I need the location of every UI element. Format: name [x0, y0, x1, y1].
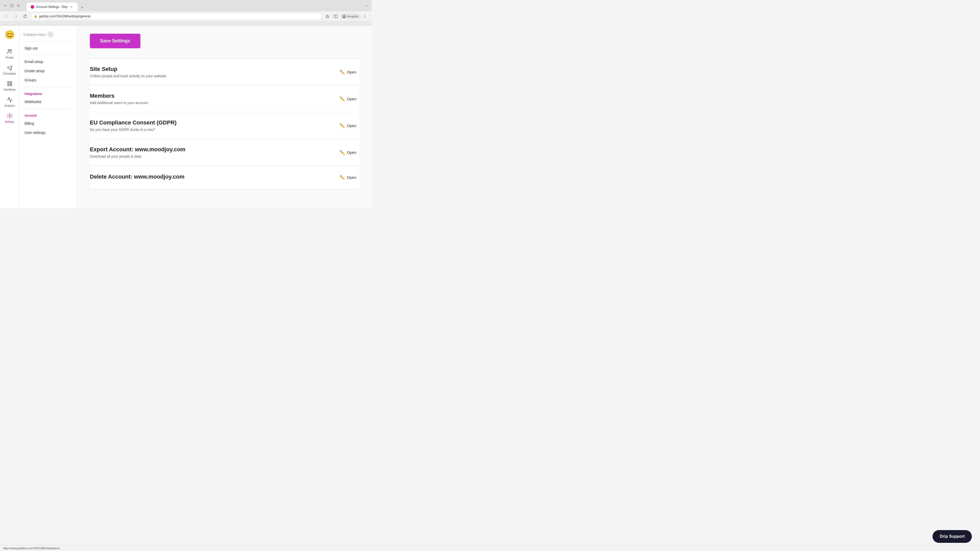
people-icon [6, 48, 13, 55]
sidebar-item-settings-label: Settings [5, 121, 14, 123]
main-content: Save Settings Site Setup Collect people … [78, 25, 372, 208]
tab-favicon [30, 5, 34, 9]
svg-rect-14 [8, 82, 9, 83]
star-icon[interactable] [324, 13, 331, 20]
menu-divider-2 [24, 87, 73, 87]
menu-divider-3 [24, 108, 73, 109]
site-setup-open-button[interactable]: ✏️ Open [337, 68, 360, 76]
gdpr-desc: Do you have your GDPR ducks in a row? [90, 127, 337, 132]
address-bar[interactable]: 🔒 getdrip.com/7641396/settings/general [30, 13, 322, 20]
reload-button[interactable] [21, 13, 29, 20]
svg-point-9 [365, 14, 365, 15]
delete-account-action-label: Open [347, 175, 356, 179]
sidebar-item-analytics[interactable]: Analytics [1, 94, 18, 109]
campaigns-icon [6, 64, 13, 71]
svg-rect-16 [8, 84, 9, 86]
collapse-menu-label: Collapse menu [24, 33, 46, 37]
sidebar-item-workflows-label: Workflows [4, 88, 16, 91]
browser-tabs: Account Settings · Drip × + [24, 1, 88, 11]
sidebar-item-people[interactable]: People [1, 46, 18, 61]
active-tab[interactable]: Account Settings · Drip × [27, 3, 78, 11]
workflows-icon [6, 80, 13, 87]
site-setup-info: Site Setup Collect people and track acti… [90, 66, 337, 78]
save-settings-button[interactable]: Save Settings [90, 34, 140, 48]
forward-button[interactable] [12, 13, 19, 20]
back-button[interactable] [3, 13, 10, 20]
svg-point-11 [365, 17, 365, 17]
tab-close-button[interactable]: × [69, 5, 73, 9]
split-screen-icon[interactable] [332, 13, 339, 20]
menu-item-sign-out[interactable]: Sign out [19, 44, 77, 53]
menu-item-groups[interactable]: Groups [19, 76, 77, 85]
menu-icon[interactable] [361, 13, 369, 20]
settings-icon [6, 112, 13, 119]
members-title: Members [90, 93, 337, 99]
svg-point-18 [9, 115, 11, 117]
icon-sidebar: 😊 People Campaigns [0, 25, 19, 208]
members-action-label: Open [347, 97, 356, 101]
chevron-down-icon[interactable] [364, 3, 369, 8]
site-setup-section: Site Setup Collect people and track acti… [90, 59, 360, 86]
new-tab-button[interactable]: + [79, 4, 86, 11]
close-window-button[interactable] [16, 3, 21, 8]
menu-item-onsite-setup[interactable]: Onsite setup [19, 66, 77, 76]
sidebar-item-people-label: People [6, 56, 14, 59]
incognito-badge: Incognito [340, 14, 360, 19]
analytics-icon [6, 96, 13, 103]
integrations-section-label[interactable]: Integrations [19, 89, 77, 97]
sidebar-item-settings[interactable]: Settings [1, 110, 18, 125]
collapse-icon: ⊕ [48, 32, 53, 37]
gdpr-edit-icon: ✏️ [340, 123, 345, 128]
left-menu: Collapse menu ⊕ Sign out Email setup Ons… [19, 25, 78, 208]
delete-account-open-button[interactable]: ✏️ Open [337, 173, 360, 182]
svg-rect-1 [11, 4, 13, 7]
svg-point-8 [344, 15, 345, 16]
delete-account-section: Delete Account: www.moodjoy.com ✏️ Open [90, 166, 360, 189]
account-section-label: Account [19, 111, 77, 119]
gdpr-info: EU Compliance Consent (GDPR) Do you have… [90, 119, 337, 132]
site-setup-edit-icon: ✏️ [340, 70, 345, 75]
gdpr-title: EU Compliance Consent (GDPR) [90, 119, 337, 126]
export-account-open-button[interactable]: ✏️ Open [337, 148, 360, 157]
menu-divider-1 [24, 55, 73, 55]
menu-item-billing[interactable]: Billing [19, 119, 77, 128]
export-account-title: Export Account: www.moodjoy.com [90, 146, 337, 153]
collapse-menu-button[interactable]: Collapse menu ⊕ [19, 30, 77, 39]
svg-rect-15 [10, 82, 12, 83]
gdpr-action-label: Open [347, 124, 356, 128]
members-section: Members Add Additional users to your acc… [90, 86, 360, 112]
export-account-edit-icon: ✏️ [340, 150, 345, 155]
gdpr-section: EU Compliance Consent (GDPR) Do you have… [90, 112, 360, 139]
menu-item-email-setup[interactable]: Email setup [19, 57, 77, 66]
browser-titlebar: Account Settings · Drip × + [0, 0, 372, 11]
export-account-section: Export Account: www.moodjoy.com Download… [90, 139, 360, 166]
menu-item-user-settings[interactable]: User settings [19, 128, 77, 137]
svg-point-12 [8, 49, 10, 51]
svg-marker-4 [326, 15, 329, 18]
tab-title: Account Settings · Drip [36, 5, 67, 9]
site-setup-desc: Collect people and track activity on you… [90, 74, 337, 78]
drip-logo[interactable]: 😊 [3, 29, 16, 41]
members-info: Members Add Additional users to your acc… [90, 93, 337, 105]
svg-rect-0 [3, 5, 6, 6]
delete-account-title: Delete Account: www.moodjoy.com [90, 173, 337, 180]
sidebar-item-campaigns[interactable]: Campaigns [1, 62, 18, 77]
sidebar-item-analytics-label: Analytics [4, 104, 14, 107]
maximize-button[interactable] [10, 3, 14, 8]
gdpr-open-button[interactable]: ✏️ Open [337, 121, 360, 130]
export-account-action-label: Open [347, 150, 356, 155]
members-open-button[interactable]: ✏️ Open [337, 94, 360, 103]
minimize-button[interactable] [3, 3, 7, 8]
site-setup-action-label: Open [347, 70, 356, 74]
sidebar-item-workflows[interactable]: Workflows [1, 78, 18, 93]
delete-account-edit-icon: ✏️ [340, 175, 345, 180]
lock-icon: 🔒 [34, 14, 38, 18]
window-controls [3, 3, 21, 8]
sidebar-item-campaigns-label: Campaigns [3, 72, 16, 75]
browser-toolbar: 🔒 getdrip.com/7641396/settings/general I… [0, 11, 372, 21]
svg-point-13 [10, 50, 11, 51]
export-account-info: Export Account: www.moodjoy.com Download… [90, 146, 337, 159]
app-layout: 😊 People Campaigns [0, 25, 372, 208]
menu-item-webhooks[interactable]: Webhooks [19, 97, 77, 106]
export-account-desc: Download all your people & data [90, 154, 337, 159]
